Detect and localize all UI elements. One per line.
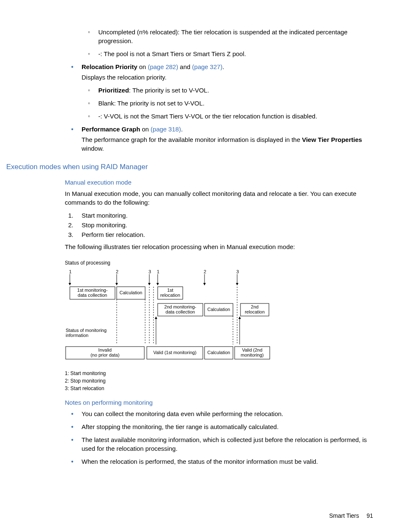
text: on: [140, 126, 151, 133]
tick: 1: [69, 269, 72, 274]
desc: Displays the relocation priority.: [82, 73, 374, 82]
text: The performance graph for the available …: [82, 136, 302, 143]
box: Valid (2nd: [242, 347, 263, 352]
xref-link[interactable]: (page 282): [148, 63, 178, 70]
heading-notes: Notes on performing monitoring: [65, 398, 374, 407]
text: window.: [82, 145, 104, 152]
footer: Smart Tiers 91: [36, 512, 374, 520]
label: Prioritized: [98, 87, 129, 94]
tick: 2: [116, 269, 118, 274]
step: 2.Stop monitoring.: [65, 221, 374, 229]
list-item: The latest available monitoring informat…: [65, 435, 374, 453]
notes-list: You can collect the monitoring data even…: [65, 409, 374, 466]
box: data collection: [78, 293, 107, 298]
sub-list: Prioritized: The priority is set to V-VO…: [82, 86, 374, 121]
footer-section: Smart Tiers: [329, 512, 359, 519]
box: monitoring): [240, 352, 263, 357]
top-sublist: Uncompleted (n% relocated): The tier rel…: [82, 28, 374, 58]
box: relocation: [245, 309, 265, 314]
list-item: Uncompleted (n% relocated): The tier rel…: [82, 28, 374, 45]
box: Calculation: [120, 290, 142, 295]
text: : The priority is set to V-VOL.: [129, 87, 209, 94]
page-number: 91: [366, 512, 373, 519]
text: -: V-VOL is not the Smart Tiers V-VOL or…: [98, 113, 317, 120]
step: 3.Perform tier relocation.: [65, 230, 374, 239]
manual-section: Manual execution mode In Manual executio…: [65, 178, 374, 466]
list-item: Blank: The priority is not set to V-VOL.: [82, 99, 374, 108]
heading-manual-mode: Manual execution mode: [65, 178, 374, 187]
box: 1st: [167, 288, 174, 293]
legend-item: 2: Stop monitoring: [65, 377, 374, 385]
steps-list: 1.Start monitoring. 2.Stop monitoring. 3…: [65, 211, 374, 239]
text: After stopping the monitoring, the tier …: [82, 423, 279, 430]
text: Perform tier relocation.: [82, 231, 145, 238]
list-item-performance-graph: Performance Graph on (page 318). The per…: [65, 125, 374, 153]
box: Valid (1st monitoring): [153, 350, 196, 355]
list-item: -: The pool is not a Smart Tiers or Smar…: [82, 49, 374, 58]
tick: 3: [236, 269, 239, 274]
box: 2nd monitoring-: [164, 304, 197, 309]
text: on: [137, 63, 148, 70]
text: Blank: The priority is not set to V-VOL.: [98, 100, 205, 107]
box: 2nd: [251, 304, 258, 309]
tick: 1: [157, 269, 159, 274]
text: Stop monitoring.: [82, 221, 127, 229]
label: Performance Graph: [82, 126, 140, 133]
box: Calculation: [207, 350, 230, 355]
text: .: [223, 63, 224, 70]
text: The latest available monitoring informat…: [82, 436, 367, 452]
box: relocation: [160, 293, 180, 298]
bold: View Tier Properties: [302, 136, 362, 143]
followup: The following illustrates tier relocatio…: [65, 242, 374, 251]
num: 3.: [68, 230, 74, 239]
diagram: Status of processing 1 2 3 1 2 3 1st mon: [65, 260, 374, 392]
text: -: The pool is not a Smart Tiers or Smar…: [98, 50, 246, 57]
list-item: -: V-VOL is not the Smart Tiers V-VOL or…: [82, 112, 374, 121]
tick: 3: [148, 269, 151, 274]
xref-link[interactable]: (page 318): [151, 126, 181, 133]
legend-item: 1: Start monitoring: [65, 370, 374, 377]
list-item: Prioritized: The priority is set to V-VO…: [82, 86, 374, 95]
text: Uncompleted (n% relocated): The tier rel…: [98, 28, 348, 44]
list-item: You can collect the monitoring data even…: [65, 409, 374, 418]
xref-link[interactable]: (page 327): [192, 63, 223, 70]
text: and: [178, 63, 192, 70]
text: .: [181, 126, 183, 133]
num: 1.: [68, 211, 74, 220]
diagram-caption: Status of processing: [65, 260, 374, 267]
text: Start monitoring.: [82, 212, 128, 219]
box: data collection: [166, 309, 195, 314]
midlabel: Status of monitoring: [66, 328, 107, 333]
legend: 1: Start monitoring 2: Stop monitoring 3…: [65, 370, 374, 392]
legend-item: 3: Start relocation: [65, 385, 374, 392]
heading-execution-modes: Execution modes when using RAID Manager: [6, 162, 374, 172]
midlabel: information: [66, 333, 88, 338]
tick: 2: [204, 269, 206, 274]
diagram-svg: 1 2 3 1 2 3 1st monitoring- data collect…: [65, 269, 278, 363]
intro: In Manual execution mode, you can manual…: [65, 189, 374, 207]
box: Calculation: [207, 307, 230, 312]
num: 2.: [68, 221, 74, 229]
list-item: When the relocation is performed, the st…: [65, 457, 374, 466]
label: Relocation Priority: [82, 63, 137, 70]
box: 1st monitoring-: [77, 288, 108, 293]
box: (no prior data): [90, 352, 119, 357]
top-content: Uncompleted (n% relocated): The tier rel…: [65, 28, 374, 153]
text: You can collect the monitoring data even…: [82, 410, 283, 417]
step: 1.Start monitoring.: [65, 211, 374, 220]
box: Invalid: [98, 347, 112, 352]
text: When the relocation is performed, the st…: [82, 458, 318, 465]
list-item: After stopping the monitoring, the tier …: [65, 422, 374, 431]
list-item-relocation-priority: Relocation Priority on (page 282) and (p…: [65, 62, 374, 121]
desc: The performance graph for the available …: [82, 135, 374, 153]
main-bullet-list: Relocation Priority on (page 282) and (p…: [65, 62, 374, 153]
